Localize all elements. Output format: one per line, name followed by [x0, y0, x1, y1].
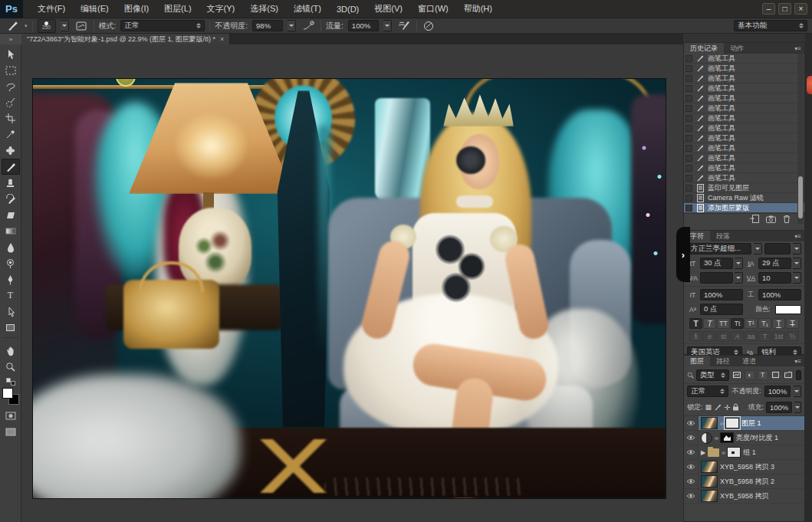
- pressure-size-icon[interactable]: [422, 19, 437, 32]
- adjustment-mask-thumbnail[interactable]: [720, 432, 734, 443]
- filter-shape-icon[interactable]: [771, 370, 781, 380]
- adjustment-layer-icon[interactable]: [701, 432, 712, 444]
- menu-window[interactable]: 窗口(W): [411, 0, 455, 18]
- layer-visibility-toggle[interactable]: [684, 460, 699, 474]
- history-source-checkbox[interactable]: [685, 75, 692, 82]
- toggle-brush-panel-icon[interactable]: [74, 19, 89, 32]
- type-tool[interactable]: T: [2, 287, 20, 304]
- fractions-button[interactable]: ½: [786, 331, 799, 342]
- font-family-caret[interactable]: [754, 243, 762, 254]
- layer-visibility-toggle[interactable]: [684, 445, 699, 460]
- layer-thumbnail[interactable]: [701, 490, 718, 502]
- history-scrollbar[interactable]: [797, 54, 804, 224]
- titling-alternates-button[interactable]: T: [758, 331, 771, 342]
- lock-transparency-icon[interactable]: ▦: [705, 403, 712, 411]
- filter-adjustment-icon[interactable]: ◐: [745, 370, 755, 380]
- baseline-shift-input[interactable]: 0 点: [700, 304, 743, 315]
- quick-mask-icon[interactable]: [2, 408, 20, 424]
- history-entry[interactable]: 画笔工具: [684, 173, 804, 183]
- vertical-scale-input[interactable]: 100%: [700, 289, 743, 300]
- tracking-caret[interactable]: [793, 272, 801, 284]
- layer-row[interactable]: XYB_5958 拷贝: [684, 489, 804, 504]
- layer-visibility-toggle[interactable]: [684, 431, 699, 445]
- clone-stamp-tool[interactable]: [2, 175, 20, 191]
- ligatures-button[interactable]: fi: [689, 331, 702, 342]
- menu-type[interactable]: 文字(Y): [200, 0, 242, 18]
- crop-tool[interactable]: [2, 110, 20, 126]
- history-source-checkbox[interactable]: [685, 105, 692, 112]
- faux-italic-button[interactable]: T: [703, 318, 716, 329]
- tab-paths[interactable]: 路径: [710, 356, 736, 366]
- layer-visibility-toggle[interactable]: [684, 489, 699, 504]
- ordinals-button[interactable]: 1st: [772, 331, 785, 342]
- tracking-input[interactable]: 10: [758, 272, 791, 284]
- layer-opacity-input[interactable]: 100%: [764, 386, 791, 397]
- filter-toggle[interactable]: [796, 370, 801, 380]
- history-source-checkbox[interactable]: [685, 165, 692, 172]
- history-entry[interactable]: Camera Raw 滤镜: [684, 193, 804, 203]
- layer-row-selected[interactable]: ∞ 图层 1: [684, 416, 804, 431]
- superscript-button[interactable]: T¹: [745, 318, 758, 329]
- tab-channels[interactable]: 通道: [736, 356, 762, 366]
- history-entry[interactable]: 画笔工具: [684, 113, 804, 123]
- subscript-button[interactable]: T₁: [758, 318, 771, 329]
- blur-tool[interactable]: [2, 239, 20, 255]
- history-source-checkbox[interactable]: [685, 195, 692, 202]
- menu-edit[interactable]: 编辑(E): [74, 0, 116, 18]
- leading-caret[interactable]: [793, 258, 801, 269]
- underline-button[interactable]: T: [772, 318, 785, 329]
- menu-view[interactable]: 视图(V): [367, 0, 409, 18]
- panel-menu-icon[interactable]: ▾≡: [794, 231, 804, 241]
- swash-button[interactable]: A: [731, 331, 744, 342]
- all-caps-button[interactable]: TT: [717, 318, 730, 329]
- tab-actions[interactable]: 动作: [724, 43, 750, 54]
- brush-preset-picker[interactable]: 250: [38, 19, 56, 33]
- eyedropper-tool[interactable]: [2, 126, 20, 143]
- opacity-caret[interactable]: [288, 20, 296, 31]
- history-source-checkbox[interactable]: [685, 135, 692, 142]
- horizontal-scale-input[interactable]: 100%: [758, 289, 801, 300]
- tab-paragraph[interactable]: 段落: [710, 231, 736, 241]
- mode-select[interactable]: 正常: [120, 20, 205, 31]
- hand-tool[interactable]: [2, 343, 20, 359]
- tab-close-icon[interactable]: ×: [220, 35, 224, 43]
- font-size-caret[interactable]: [735, 258, 743, 269]
- layer-thumbnail[interactable]: [701, 417, 718, 429]
- history-source-checkbox[interactable]: [685, 175, 692, 182]
- layer-thumbnail[interactable]: [701, 475, 718, 488]
- history-entry[interactable]: 画笔工具: [684, 74, 804, 84]
- history-source-checkbox[interactable]: [685, 95, 692, 102]
- minimize-button[interactable]: –: [762, 3, 775, 15]
- lock-pixels-icon[interactable]: [714, 400, 722, 414]
- brush-tool-icon[interactable]: [5, 19, 20, 32]
- font-family-select[interactable]: 方正兰亭超细...: [687, 243, 751, 254]
- delete-state-icon[interactable]: [783, 212, 791, 226]
- layer-row[interactable]: XYB_5958 拷贝 3: [684, 460, 804, 474]
- panel-menu-icon[interactable]: ▾≡: [794, 356, 804, 366]
- new-document-from-state-icon[interactable]: [750, 212, 759, 226]
- strikethrough-button[interactable]: T: [786, 318, 799, 329]
- pressure-opacity-icon[interactable]: [301, 19, 316, 32]
- close-button[interactable]: ×: [794, 3, 807, 15]
- history-entry[interactable]: 画笔工具: [684, 54, 804, 64]
- lock-all-icon[interactable]: [732, 400, 739, 414]
- fill-caret[interactable]: [794, 402, 801, 413]
- dodge-tool[interactable]: [2, 255, 20, 271]
- move-tool[interactable]: [2, 46, 20, 62]
- kerning-input[interactable]: [700, 272, 733, 284]
- layer-row[interactable]: ∞ 亮度/对比度 1: [684, 431, 804, 445]
- text-color-swatch[interactable]: [775, 305, 801, 314]
- history-entry[interactable]: 画笔工具: [684, 94, 804, 103]
- flow-input[interactable]: 100%: [348, 20, 379, 31]
- history-source-checkbox[interactable]: [685, 125, 692, 132]
- lock-position-icon[interactable]: ✛: [724, 403, 730, 412]
- panel-menu-icon[interactable]: ▾≡: [794, 43, 804, 54]
- history-source-checkbox[interactable]: [685, 155, 692, 162]
- gradient-tool[interactable]: [2, 223, 20, 239]
- contextual-alternates-button[interactable]: e: [703, 331, 716, 342]
- font-size-input[interactable]: 30 点: [700, 258, 733, 269]
- quick-selection-tool[interactable]: [2, 94, 20, 110]
- marquee-tool[interactable]: [2, 62, 20, 78]
- opacity-input[interactable]: 98%: [252, 20, 283, 31]
- discretionary-ligatures-button[interactable]: st: [717, 331, 730, 342]
